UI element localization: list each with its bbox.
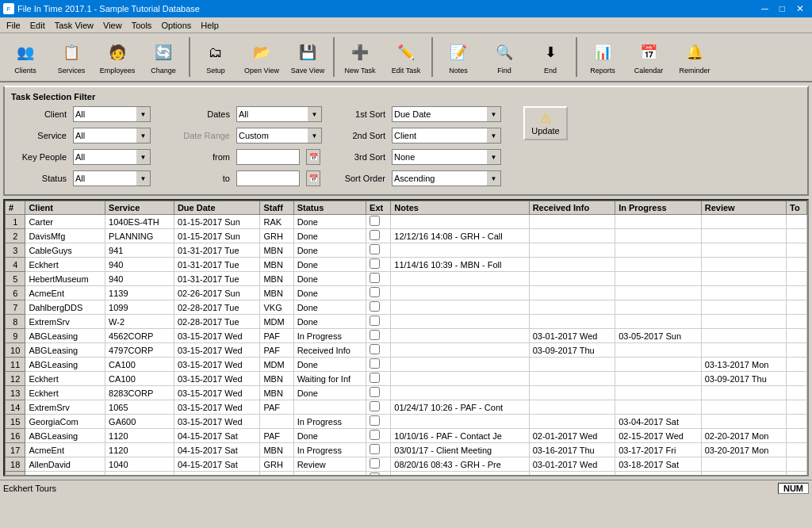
ext-checkbox[interactable] [370, 301, 380, 312]
table-row[interactable]: 14ExtremSrv106503-15-2017 WedPAF01/24/17… [6, 400, 807, 415]
close-button[interactable]: ✕ [791, 2, 809, 16]
col-in-progress: In Progress [615, 201, 702, 215]
table-row[interactable]: 2DavisMfgPLANNING01-15-2017 SunGRHDone12… [6, 229, 807, 243]
table-row[interactable]: 4Eckhert94001-31-2017 TueMBNDone11/14/16… [6, 258, 807, 272]
employees-button[interactable]: 🧑 Employees [95, 35, 140, 79]
key-people-combo-btn[interactable]: ▼ [136, 149, 151, 165]
ext-checkbox[interactable] [370, 430, 380, 440]
calendar-button[interactable]: 📅 Calendar [626, 35, 671, 79]
edit-task-button[interactable]: ✏️ Edit Task [384, 35, 428, 79]
ext-checkbox[interactable] [370, 316, 380, 326]
ext-checkbox[interactable] [370, 273, 380, 283]
menu-edit[interactable]: Edit [25, 19, 50, 32]
table-row[interactable]: 13Eckhert8283CORP03-15-2017 WedMBNDone [6, 386, 807, 400]
ext-checkbox[interactable] [370, 230, 380, 240]
key-people-filter-row: Key People All ▼ [11, 149, 151, 165]
notes-button[interactable]: 📝 Notes [436, 35, 481, 79]
table-row[interactable]: 15GeorgiaComGA60003-15-2017 WedIn Progre… [6, 415, 807, 429]
table-row[interactable]: 9ABGLeasing4562CORP03-15-2017 WedPAFIn P… [6, 329, 807, 343]
status-select[interactable]: All [73, 170, 136, 186]
service-combo-btn[interactable]: ▼ [136, 128, 151, 143]
ext-checkbox[interactable] [370, 358, 380, 369]
data-table-container[interactable]: # Client Service Due Date Staff Status E… [3, 199, 809, 476]
ext-checkbox[interactable] [370, 330, 380, 340]
table-row[interactable]: 5HebertMuseum94001-31-2017 TueMBNDone [6, 272, 807, 286]
setup-button[interactable]: 🗂 Setup [193, 35, 238, 79]
to-label: to [167, 174, 230, 183]
table-row[interactable]: 16ABGLeasing112004-15-2017 SatPAFDone10/… [6, 429, 807, 443]
ext-checkbox[interactable] [370, 216, 380, 226]
table-row[interactable]: 12EckhertCA10003-15-2017 WedMBNWaiting f… [6, 372, 807, 386]
sort2-select[interactable]: Client [392, 128, 487, 143]
minimize-button[interactable]: ─ [756, 2, 773, 16]
menu-options[interactable]: Options [156, 19, 196, 32]
table-row[interactable]: 10ABGLeasing4797CORP03-15-2017 WedPAFRec… [6, 343, 807, 358]
ext-checkbox[interactable] [370, 415, 380, 426]
ext-checkbox[interactable] [370, 344, 380, 354]
table-row[interactable]: 3CableGuys94101-31-2017 TueMBNDone [6, 243, 807, 258]
client-combo-btn[interactable]: ▼ [136, 106, 151, 122]
clients-button[interactable]: 👥 Clients [3, 35, 48, 79]
ext-checkbox[interactable] [370, 373, 380, 383]
sort3-select[interactable]: None [392, 149, 487, 165]
table-row[interactable]: 6AcmeEnt113902-26-2017 SunMBNDone [6, 286, 807, 300]
open-view-button[interactable]: 📂 Open View [239, 35, 284, 79]
table-row[interactable]: 1Carter1040ES-4TH01-15-2017 SunRAKDone [6, 215, 807, 229]
reminder-icon: 🔔 [682, 40, 707, 65]
sort1-select[interactable]: Due Date [392, 106, 487, 122]
to-input[interactable] [236, 170, 300, 186]
ext-checkbox[interactable] [370, 258, 380, 269]
sort-order-combo-btn[interactable]: ▼ [487, 170, 501, 186]
status-text: Eckhert Tours [3, 484, 56, 493]
from-input[interactable] [236, 149, 300, 165]
service-select[interactable]: All [73, 128, 136, 143]
sort1-combo-btn[interactable]: ▼ [487, 106, 501, 122]
status-combo-btn[interactable]: ▼ [136, 170, 151, 186]
table-row[interactable]: 18AllenDavid104004-15-2017 SatGRHReview0… [6, 457, 807, 472]
table-row[interactable]: 11ABGLeasingCA10003-15-2017 WedMDMDone03… [6, 358, 807, 372]
ext-checkbox[interactable] [370, 387, 380, 397]
client-select[interactable]: All [73, 106, 136, 122]
from-calendar-btn[interactable]: 📅 [306, 149, 320, 165]
ext-checkbox[interactable] [370, 401, 380, 411]
sort3-label: 3rd Sort [338, 152, 385, 162]
to-calendar-btn[interactable]: 📅 [306, 170, 320, 186]
table-row[interactable]: 8ExtremSrvW-202-28-2017 TueMDMDone [6, 315, 807, 329]
status-label: Status [11, 174, 67, 183]
end-button[interactable]: ⬇ End [528, 35, 573, 79]
sort3-combo-btn[interactable]: ▼ [487, 149, 501, 165]
table-row[interactable]: 19AllenDavidCA54004-15-2017 SatGRHReview [6, 472, 807, 477]
reminder-button[interactable]: 🔔 Reminder [672, 35, 717, 79]
sort-order-select[interactable]: Ascending [392, 170, 487, 186]
change-button[interactable]: 🔄 Change [141, 35, 186, 79]
sort2-combo-btn[interactable]: ▼ [487, 128, 501, 143]
date-range-combo-btn[interactable]: ▼ [308, 128, 322, 143]
ext-checkbox[interactable] [370, 287, 380, 297]
services-button[interactable]: 📋 Services [49, 35, 94, 79]
menu-file[interactable]: File [2, 19, 25, 32]
dates-combo-btn[interactable]: ▼ [308, 106, 322, 122]
ext-checkbox[interactable] [370, 473, 380, 476]
key-people-select[interactable]: All [73, 149, 136, 165]
menu-view[interactable]: View [98, 19, 127, 32]
menu-task-view[interactable]: Task View [50, 19, 98, 32]
new-task-button[interactable]: ➕ New Task [338, 35, 382, 79]
maximize-button[interactable]: □ [775, 2, 790, 16]
table-row[interactable]: 7DahlbergDDS109902-28-2017 TueVKGDone [6, 300, 807, 315]
find-button[interactable]: 🔍 Find [482, 35, 527, 79]
ext-checkbox[interactable] [370, 444, 380, 454]
update-button[interactable]: ⚠ Update [523, 106, 568, 140]
menu-tools[interactable]: Tools [127, 19, 157, 32]
reports-button[interactable]: 📊 Reports [580, 35, 625, 79]
ext-checkbox[interactable] [370, 458, 380, 469]
save-view-button[interactable]: 💾 Save View [285, 35, 330, 79]
menu-help[interactable]: Help [196, 19, 224, 32]
ext-checkbox[interactable] [370, 244, 380, 254]
change-icon: 🔄 [151, 40, 176, 65]
dates-select[interactable]: All [236, 106, 308, 122]
date-range-select[interactable]: Custom [236, 128, 308, 143]
col-due-date: Due Date [174, 201, 260, 215]
table-row[interactable]: 17AcmeEnt112004-15-2017 SatMBNIn Progres… [6, 443, 807, 457]
save-view-icon: 💾 [295, 40, 320, 65]
status-filter-row: Status All ▼ [11, 170, 151, 186]
